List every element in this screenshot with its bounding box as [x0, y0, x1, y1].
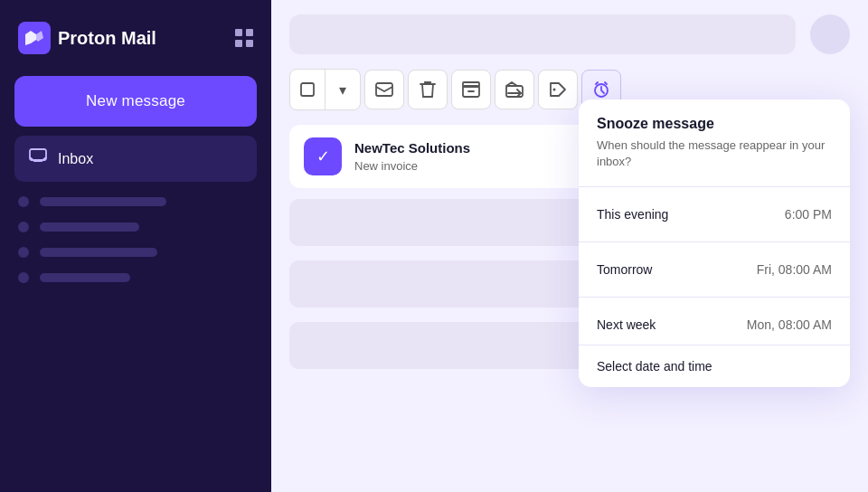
list-item[interactable]: [18, 247, 253, 258]
main-content: ▾: [271, 0, 868, 492]
snooze-option-tomorrow[interactable]: Tomorrow Fri, 08:00 AM: [579, 250, 850, 289]
email-subject: New invoice: [354, 159, 470, 173]
snooze-subtitle: When should the message reappear in your…: [597, 137, 832, 170]
select-button-group: ▾: [289, 69, 361, 110]
snooze-divider: [579, 241, 850, 242]
select-button[interactable]: [290, 70, 325, 109]
nav-label-placeholder: [40, 273, 130, 282]
archive-button[interactable]: [451, 70, 491, 109]
inbox-icon: [29, 148, 47, 169]
nav-icon-placeholder: [18, 222, 29, 232]
list-item[interactable]: [18, 196, 253, 207]
sidebar-nav-items: [14, 196, 257, 283]
sidebar-item-inbox[interactable]: Inbox: [14, 136, 257, 182]
sidebar-header: Proton Mail: [14, 16, 257, 67]
snooze-option-time: Fri, 08:00 AM: [757, 262, 832, 277]
label-button[interactable]: [538, 70, 578, 109]
nav-label-placeholder: [40, 248, 157, 257]
inbox-label: Inbox: [58, 151, 93, 167]
email-info: NewTec Solutions New invoice: [354, 140, 470, 173]
email-avatar: ✓: [304, 137, 342, 175]
avatar: [810, 14, 850, 54]
snooze-option-label: Tomorrow: [597, 262, 652, 277]
read-button[interactable]: [364, 70, 404, 109]
snooze-popup: Snooze message When should the message r…: [579, 99, 850, 387]
nav-icon-placeholder: [18, 247, 29, 258]
nav-icon-placeholder: [18, 272, 29, 283]
svg-point-7: [553, 89, 556, 91]
nav-label-placeholder: [40, 222, 139, 232]
new-message-button[interactable]: New message: [14, 76, 257, 127]
snooze-option-label: Next week: [597, 317, 656, 332]
select-dropdown-button[interactable]: ▾: [326, 70, 360, 109]
apps-icon[interactable]: [235, 29, 253, 47]
snooze-option-time: Mon, 08:00 AM: [747, 317, 832, 332]
svg-rect-5: [463, 82, 479, 87]
snooze-select-date-button[interactable]: Select date and time: [579, 345, 850, 387]
checkmark-icon: ✓: [316, 147, 330, 166]
svg-rect-6: [506, 86, 523, 97]
app-title: Proton Mail: [58, 28, 156, 49]
proton-logo-icon: [18, 22, 51, 54]
logo-area: Proton Mail: [18, 22, 156, 54]
snooze-option-label: This evening: [597, 207, 668, 222]
list-item[interactable]: [18, 272, 253, 283]
svg-rect-3: [376, 83, 392, 96]
nav-icon-placeholder: [18, 196, 29, 207]
snooze-header: Snooze message When should the message r…: [579, 99, 850, 179]
snooze-option-time: 6:00 PM: [785, 207, 832, 222]
email-sender: NewTec Solutions: [354, 140, 470, 156]
snooze-select-date-label: Select date and time: [597, 359, 712, 374]
svg-rect-2: [301, 83, 314, 96]
trash-button[interactable]: [408, 70, 448, 109]
snooze-title: Snooze message: [597, 116, 832, 132]
list-item[interactable]: [18, 222, 253, 232]
snooze-divider: [579, 297, 850, 298]
snooze-option-nextweek[interactable]: Next week Mon, 08:00 AM: [579, 305, 850, 345]
nav-label-placeholder: [40, 197, 166, 206]
sidebar: Proton Mail New message Inbox: [0, 0, 271, 492]
search-bar[interactable]: [289, 14, 796, 54]
snooze-divider: [579, 186, 850, 187]
move-button[interactable]: [495, 70, 534, 109]
snooze-option-evening[interactable]: This evening 6:00 PM: [579, 194, 850, 234]
